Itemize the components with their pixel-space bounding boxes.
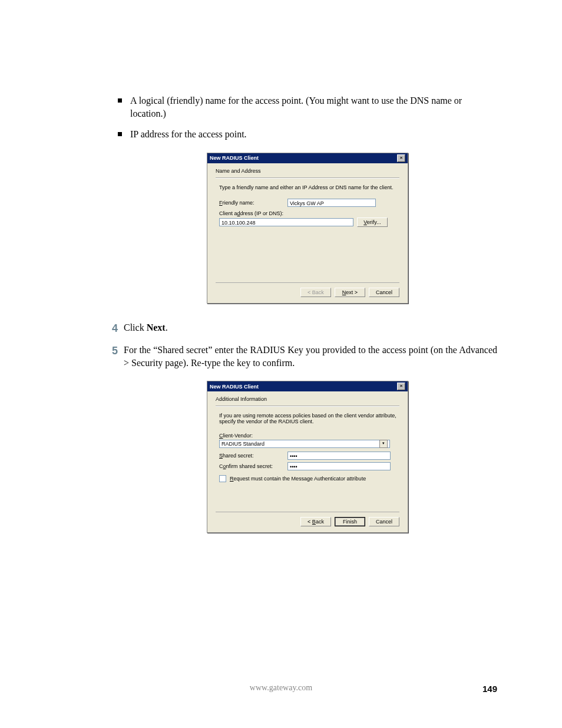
confirm-secret-input[interactable]: ••••	[287, 462, 391, 470]
dialog-subtitle: Additional Information	[216, 396, 399, 402]
back-button[interactable]: < Back	[300, 517, 331, 526]
back-button: < Back	[300, 288, 331, 297]
step-text: For the “Shared secret” enter the RADIUS…	[124, 344, 497, 369]
step-text: Click Next.	[124, 321, 497, 334]
dialog-title: New RADIUS Client	[210, 155, 259, 161]
chevron-down-icon: ▾	[379, 440, 388, 448]
client-vendor-label: Client-Vendor:	[219, 433, 399, 439]
step-number: 4	[107, 321, 118, 335]
finish-button[interactable]: Finish	[335, 517, 365, 526]
cancel-button[interactable]: Cancel	[369, 288, 399, 297]
footer-url: www.gateway.com	[0, 683, 562, 693]
shared-secret-label: Shared secret:	[219, 453, 284, 459]
authenticator-checkbox-label: Request must contain the Message Authent…	[230, 476, 366, 482]
friendly-name-label: Friendly name:	[219, 200, 284, 206]
friendly-name-input[interactable]: Vickys GW AP	[287, 199, 376, 207]
client-vendor-select[interactable]: RADIUS Standard ▾	[219, 440, 390, 448]
close-icon[interactable]: ×	[397, 383, 405, 390]
step-number: 5	[107, 344, 118, 358]
page-number: 149	[482, 684, 497, 694]
dialog-new-radius-client-2: New RADIUS Client × Additional Informati…	[207, 381, 408, 533]
bullet-text: IP address for the access point.	[130, 128, 247, 141]
confirm-secret-label: Confirm shared secret:	[219, 463, 284, 469]
dialog-description: If you are using remote access policies …	[219, 413, 399, 424]
step-4: 4 Click Next.	[118, 321, 497, 335]
client-address-input[interactable]: 10.10.100.248	[219, 218, 353, 226]
verify-button[interactable]: Verify...	[357, 218, 388, 227]
bullet-icon	[118, 132, 122, 136]
bullet-icon	[118, 98, 122, 103]
dialog-titlebar: New RADIUS Client ×	[207, 381, 408, 391]
dialog-title: New RADIUS Client	[210, 384, 259, 390]
shared-secret-input[interactable]: ••••	[287, 452, 391, 460]
close-icon[interactable]: ×	[397, 154, 405, 162]
dialog-subtitle: Name and Address	[216, 168, 399, 174]
next-button[interactable]: Next >	[335, 288, 365, 297]
client-address-label: Client address (IP or DNS):	[219, 210, 399, 216]
dialog-description: Type a friendly name and either an IP Ad…	[219, 185, 399, 190]
bullet-text: A logical (friendly) name for the access…	[130, 94, 497, 120]
authenticator-checkbox[interactable]	[219, 475, 226, 482]
dialog-titlebar: New RADIUS Client ×	[207, 153, 408, 163]
step-5: 5 For the “Shared secret” enter the RADI…	[118, 344, 497, 369]
bullet-item-2: IP address for the access point.	[118, 128, 497, 141]
dialog-new-radius-client-1: New RADIUS Client × Name and Address Typ…	[207, 153, 408, 304]
bullet-item-1: A logical (friendly) name for the access…	[118, 94, 497, 120]
cancel-button[interactable]: Cancel	[369, 517, 399, 526]
